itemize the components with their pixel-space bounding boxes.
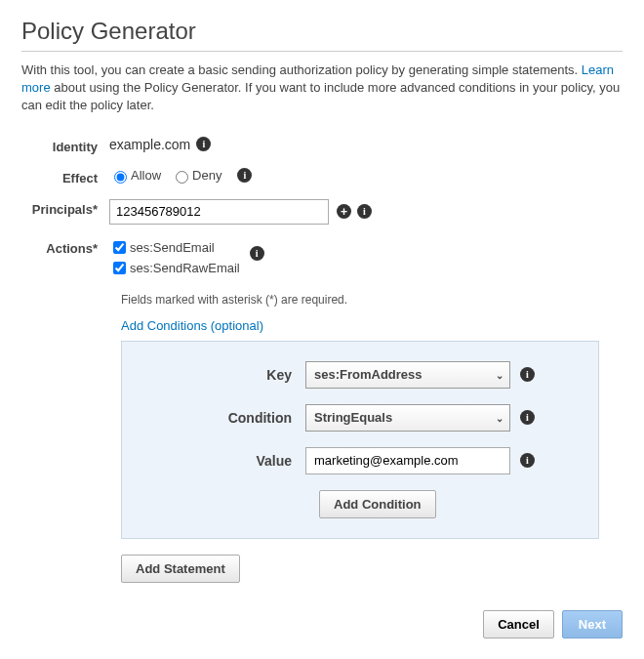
effect-allow-radio[interactable]: Allow — [109, 168, 161, 184]
condition-key-label: Key — [140, 367, 305, 383]
action-sendemail-text: ses:SendEmail — [130, 240, 215, 255]
intro-text: With this tool, you can create a basic s… — [21, 62, 623, 115]
add-condition-button[interactable]: Add Condition — [319, 490, 436, 518]
add-statement-button[interactable]: Add Statement — [121, 555, 240, 583]
condition-cond-value: StringEquals — [314, 410, 392, 425]
condition-key-select[interactable]: ses:FromAddress ⌄ — [305, 361, 510, 389]
action-sendemail-check[interactable]: ses:SendEmail — [109, 238, 240, 257]
condition-value-input[interactable] — [305, 447, 510, 474]
condition-value-label: Value — [140, 453, 305, 469]
action-sendrawemail-check[interactable]: ses:SendRawEmail — [109, 259, 240, 277]
info-icon[interactable]: i — [520, 367, 535, 382]
info-icon[interactable]: i — [520, 453, 535, 468]
effect-allow-text: Allow — [131, 168, 161, 183]
plus-icon[interactable]: + — [337, 204, 351, 219]
effect-deny-text: Deny — [192, 168, 221, 183]
info-icon[interactable]: i — [196, 137, 211, 151]
action-sendrawemail-input[interactable] — [113, 262, 126, 274]
principals-label: Principals* — [21, 199, 109, 217]
identity-label: Identity — [21, 137, 109, 154]
condition-key-value: ses:FromAddress — [314, 367, 423, 382]
effect-deny-input[interactable] — [176, 171, 188, 184]
effect-allow-input[interactable] — [114, 171, 127, 184]
cancel-button[interactable]: Cancel — [483, 610, 554, 638]
effect-deny-radio[interactable]: Deny — [171, 168, 221, 184]
page-title: Policy Generator — [21, 18, 623, 45]
chevron-down-icon: ⌄ — [496, 369, 503, 380]
principals-input[interactable] — [109, 199, 329, 225]
info-icon[interactable]: i — [237, 168, 252, 183]
intro-part2: about using the Policy Generator. If you… — [21, 80, 620, 112]
action-sendemail-input[interactable] — [113, 241, 126, 254]
info-icon[interactable]: i — [357, 204, 372, 219]
condition-cond-label: Condition — [140, 410, 305, 426]
conditions-panel: Key ses:FromAddress ⌄ i Condition String… — [121, 341, 599, 539]
required-note: Fields marked with asterisk (*) are requ… — [121, 293, 623, 307]
add-conditions-link[interactable]: Add Conditions (optional) — [121, 318, 263, 333]
effect-label: Effect — [21, 168, 109, 185]
chevron-down-icon: ⌄ — [496, 412, 503, 423]
intro-part1: With this tool, you can create a basic s… — [21, 62, 578, 77]
next-button[interactable]: Next — [562, 610, 623, 638]
action-sendrawemail-text: ses:SendRawEmail — [130, 261, 240, 275]
info-icon[interactable]: i — [520, 410, 535, 425]
title-divider — [21, 51, 623, 52]
info-icon[interactable]: i — [250, 246, 264, 261]
condition-cond-select[interactable]: StringEquals ⌄ — [305, 404, 510, 432]
identity-value: example.com — [109, 137, 190, 152]
actions-label: Actions* — [21, 238, 109, 256]
